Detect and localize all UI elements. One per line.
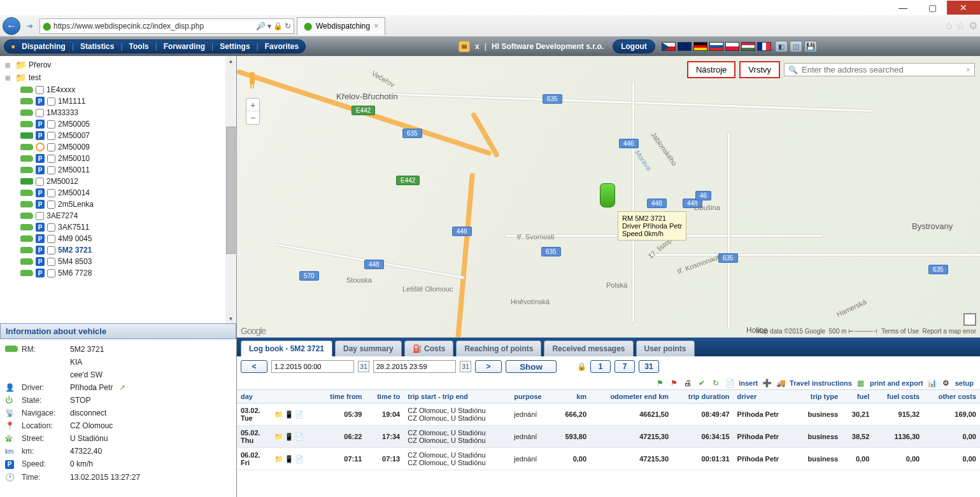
- vehicle-checkbox[interactable]: [47, 258, 55, 266]
- vehicle-tree-item[interactable]: P5M6 7728: [17, 267, 235, 279]
- folder-icon[interactable]: 📁: [274, 410, 283, 419]
- vehicle-tree-item[interactable]: 2M50009: [17, 141, 235, 153]
- fullscreen-button[interactable]: [963, 313, 976, 326]
- map-search[interactable]: 🔍 ×: [784, 63, 975, 76]
- vehicle-checkbox[interactable]: [47, 200, 55, 209]
- vehicle-tree-item[interactable]: 3AE7274: [17, 210, 235, 221]
- vehicle-checkbox[interactable]: [47, 235, 55, 243]
- map-layers-button[interactable]: Vrstvy: [739, 61, 780, 78]
- vehicle-checkbox[interactable]: [47, 120, 55, 129]
- vehicle-label[interactable]: 3AE7274: [46, 211, 78, 220]
- vehicle-checkbox[interactable]: [47, 143, 55, 151]
- tab-user-points[interactable]: User points: [636, 340, 695, 356]
- chart-icon[interactable]: 📊: [927, 378, 937, 388]
- scroll-down-icon[interactable]: ▾: [226, 314, 236, 323]
- vehicle-checkbox[interactable]: [36, 109, 44, 117]
- phone-icon[interactable]: 📱: [285, 432, 294, 441]
- report-link[interactable]: Report a map error: [923, 328, 976, 335]
- vehicle-checkbox[interactable]: [47, 155, 55, 163]
- vehicle-label[interactable]: 1E4xxxx: [46, 85, 75, 94]
- show-button[interactable]: Show: [506, 360, 557, 373]
- map-search-input[interactable]: [802, 65, 962, 74]
- vehicle-checkbox[interactable]: [47, 132, 55, 140]
- address-bar[interactable]: ⬤ 🔎▾ 🔒 ↻: [39, 18, 294, 34]
- date-from-input[interactable]: [271, 360, 354, 373]
- vehicle-marker[interactable]: RM 5M2 3721 Driver Příhoda Petr Speed 0k…: [600, 183, 615, 207]
- vehicle-label[interactable]: 1M1111: [58, 97, 85, 106]
- range-7-button[interactable]: 7: [614, 360, 635, 373]
- prev-button[interactable]: <: [241, 360, 267, 373]
- flag-pl[interactable]: [725, 42, 739, 51]
- vehicle-checkbox[interactable]: [36, 86, 44, 94]
- col-odometer[interactable]: odometer end km: [590, 390, 672, 403]
- vehicle-checkbox[interactable]: [36, 212, 44, 220]
- col-driver[interactable]: driver: [734, 390, 795, 403]
- tab-reaching[interactable]: Reaching of points: [456, 340, 541, 356]
- print-icon[interactable]: 🖨: [683, 378, 693, 388]
- vehicle-tree-item[interactable]: P2M50011: [17, 164, 235, 176]
- col-day[interactable]: day: [237, 390, 271, 403]
- settings-gear-icon[interactable]: ⚙: [969, 20, 977, 32]
- vehicle-label[interactable]: 5M6 7728: [58, 269, 92, 277]
- vehicle-checkbox[interactable]: [47, 189, 55, 197]
- vehicle-checkbox[interactable]: [47, 223, 55, 232]
- zoom-in-button[interactable]: +: [246, 99, 259, 111]
- refresh-icon[interactable]: ↻: [711, 378, 721, 388]
- vehicle-label[interactable]: 5M4 8503: [58, 257, 92, 266]
- vehicle-label[interactable]: 2M50005: [58, 120, 90, 129]
- map[interactable]: E442 E442 635 635 635 635 448 448 448 44…: [237, 56, 980, 337]
- tab-logbook[interactable]: Log book - 5M2 3721: [241, 340, 332, 356]
- folder-label[interactable]: test: [29, 73, 41, 82]
- excel-icon[interactable]: ▦: [856, 378, 866, 388]
- refresh-icon[interactable]: ↻: [285, 22, 291, 31]
- col-trip[interactable]: trip start - trip end: [404, 390, 510, 403]
- menu-favorites[interactable]: Favorites: [265, 42, 299, 51]
- truck-icon[interactable]: 🚚: [776, 378, 786, 388]
- col-km[interactable]: km: [554, 390, 590, 403]
- driver-link-icon[interactable]: ↗: [119, 383, 125, 392]
- table-row[interactable]: 05.02.Thu📁📱📄06:2217:34CZ Olomouc, U Stad…: [237, 426, 980, 448]
- vehicle-tree[interactable]: ⊞ 📁 Přerov ⊞ 📁 test 1E4xxxxP1M11111M3333…: [0, 56, 236, 323]
- logout-button[interactable]: Logout: [613, 39, 655, 53]
- vehicle-tree-item[interactable]: P2m5Lenka: [17, 199, 235, 210]
- folder-label[interactable]: Přerov: [29, 60, 51, 69]
- tab-costs[interactable]: ⛽ Costs: [404, 340, 454, 356]
- setup-link[interactable]: setup: [955, 379, 974, 387]
- lock-icon[interactable]: 🔒: [577, 362, 586, 371]
- phone-icon[interactable]: 📱: [285, 410, 294, 419]
- vehicle-tree-item[interactable]: 1M33333: [17, 107, 235, 118]
- menu-statistics[interactable]: Statistics: [80, 42, 114, 51]
- tool-window-icon[interactable]: ◫: [790, 41, 802, 52]
- map-tools-button[interactable]: Nástroje: [687, 61, 735, 78]
- terms-link[interactable]: Terms of Use: [881, 328, 919, 335]
- vehicle-label[interactable]: 3AK7511: [58, 223, 89, 232]
- vehicle-checkbox[interactable]: [47, 269, 55, 277]
- col-trip-type[interactable]: trip type: [795, 390, 842, 403]
- vehicle-label[interactable]: 2M50014: [58, 188, 90, 197]
- vehicle-tree-item[interactable]: P2M50005: [17, 118, 235, 130]
- pegman-icon[interactable]: [246, 71, 259, 89]
- scroll-thumb[interactable]: [226, 127, 236, 254]
- window-minimize-button[interactable]: —: [888, 1, 918, 15]
- range-31-button[interactable]: 31: [639, 360, 659, 373]
- col-fuel[interactable]: fuel: [842, 390, 873, 403]
- doc-icon[interactable]: 📄: [295, 410, 304, 419]
- clear-icon[interactable]: ×: [966, 66, 970, 74]
- vehicle-label[interactable]: 2M50011: [58, 165, 90, 174]
- date-to-input[interactable]: [373, 360, 456, 373]
- flag-green-icon[interactable]: ⚑: [655, 378, 665, 388]
- expand-icon[interactable]: ⊞: [5, 74, 13, 81]
- col-time-to[interactable]: time to: [366, 390, 404, 403]
- mail-icon[interactable]: ✉: [458, 41, 470, 52]
- vehicle-label[interactable]: 5M2 3721: [58, 246, 92, 255]
- browser-back-button[interactable]: ←: [3, 17, 20, 35]
- vehicle-label[interactable]: 1M33333: [46, 108, 78, 117]
- calendar-icon[interactable]: 31: [358, 361, 369, 372]
- home-icon[interactable]: ⌂: [946, 20, 952, 32]
- flag-hu[interactable]: [741, 42, 755, 51]
- expand-icon[interactable]: ⊞: [5, 62, 13, 69]
- folder-icon[interactable]: 📁: [274, 432, 283, 441]
- insert-link[interactable]: insert: [739, 379, 758, 387]
- vehicle-label[interactable]: 2M50009: [58, 143, 90, 151]
- doc-icon[interactable]: 📄: [295, 432, 304, 441]
